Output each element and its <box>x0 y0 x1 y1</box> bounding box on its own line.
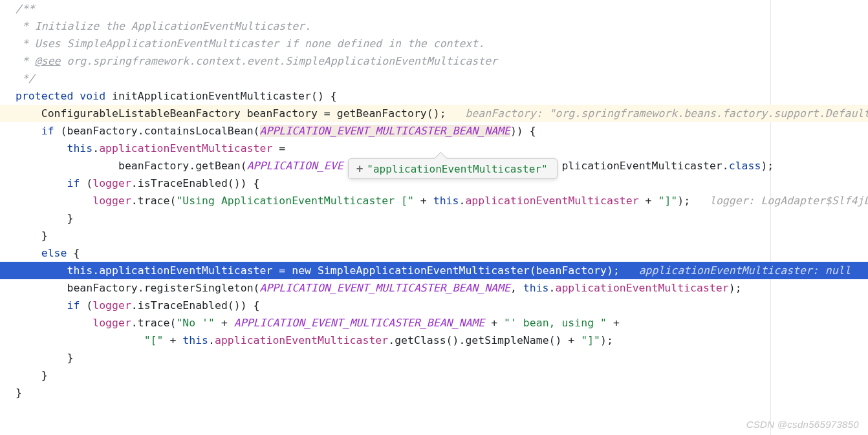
evaluate-tooltip[interactable]: + "applicationEventMulticaster" <box>348 158 558 179</box>
code-line[interactable]: */ <box>0 70 868 87</box>
inline-hint: beanFactory: "org.springframework.beans.… <box>465 107 868 120</box>
javadoc-close: */ <box>16 72 35 85</box>
code-line[interactable]: if (logger.isTraceEnabled()) { <box>0 297 868 314</box>
code-line[interactable]: ConfigurableListableBeanFactory beanFact… <box>0 105 868 122</box>
code-line[interactable]: else { <box>0 244 868 262</box>
javadoc-open: /** <box>16 3 35 15</box>
code-line[interactable]: "[" + this.applicationEventMulticaster.g… <box>0 332 868 349</box>
code-editor[interactable]: /** * Initialize the ApplicationEventMul… <box>0 0 868 435</box>
code-line[interactable]: /** <box>0 0 868 17</box>
javadoc-see-tag: @see <box>35 55 61 67</box>
code-line[interactable]: } <box>0 366 868 384</box>
javadoc-text: * Initialize the ApplicationEventMultica… <box>16 20 311 32</box>
code-line[interactable]: * Initialize the ApplicationEventMultica… <box>0 17 868 35</box>
code-line[interactable]: } <box>0 227 868 244</box>
code-line[interactable]: logger.trace("Using ApplicationEventMult… <box>0 192 868 209</box>
code-line[interactable]: } <box>0 209 868 227</box>
expand-icon[interactable]: + <box>356 162 363 175</box>
inline-hint: logger: LogAdapter$Slf4jL <box>710 195 868 207</box>
code-line[interactable]: logger.trace("No '" + APPLICATION_EVENT_… <box>0 314 868 332</box>
tooltip-value: "applicationEventMulticaster" <box>367 163 547 175</box>
code-line[interactable]: if (beanFactory.containsLocalBean(APPLIC… <box>0 122 868 140</box>
execution-line[interactable]: this.applicationEventMulticaster = new S… <box>0 262 868 279</box>
highlighted-identifier: APPLICATION_EVENT_MULTICASTER_BEAN_NAME <box>260 125 510 137</box>
code-line[interactable]: } <box>0 384 868 401</box>
inline-hint: applicationEventMulticaster: null <box>639 264 864 277</box>
watermark: CSDN @csdn565973850 <box>746 419 859 430</box>
javadoc-text: * Uses SimpleApplicationEventMulticaster… <box>16 37 484 50</box>
code-line[interactable]: beanFactory.registerSingleton(APPLICATIO… <box>0 279 868 297</box>
code-line[interactable]: this.applicationEventMulticaster = <box>0 140 868 157</box>
code-line[interactable]: } <box>0 349 868 366</box>
method-name: initApplicationEventMulticaster <box>112 90 311 102</box>
code-line[interactable]: protected void initApplicationEventMulti… <box>0 87 868 105</box>
code-line[interactable]: * Uses SimpleApplicationEventMulticaster… <box>0 35 868 52</box>
code-line[interactable]: * @see org.springframework.context.event… <box>0 52 868 70</box>
